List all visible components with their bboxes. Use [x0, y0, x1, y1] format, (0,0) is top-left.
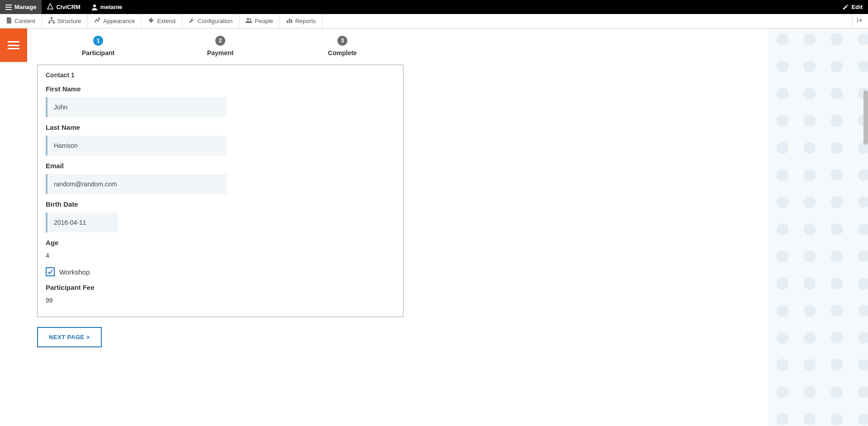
- wrench-icon: [189, 17, 195, 25]
- civicrm-button[interactable]: CiviCRM: [42, 0, 85, 14]
- birth-date-label: Birth Date: [46, 200, 395, 208]
- step-complete[interactable]: 3 Complete: [281, 36, 403, 57]
- workshop-label: Workshop: [59, 268, 90, 276]
- nav-label: Extend: [157, 18, 175, 24]
- svg-rect-6: [48, 22, 50, 24]
- nav-label: Structure: [57, 18, 81, 24]
- page-icon: [6, 17, 12, 25]
- extend-icon: [148, 17, 154, 25]
- step-number: 3: [337, 36, 347, 46]
- email-input[interactable]: [46, 174, 227, 194]
- structure-icon: [48, 17, 55, 25]
- step-label: Complete: [281, 49, 403, 57]
- edit-label: Edit: [851, 4, 863, 10]
- civicrm-icon: [47, 3, 53, 11]
- svg-rect-2: [5, 9, 12, 10]
- step-participant[interactable]: 1 Participant: [37, 36, 159, 57]
- progress-steps: 1 Participant 2 Payment 3 Complete: [37, 36, 403, 57]
- svg-rect-7: [53, 22, 55, 24]
- admin-toolbar: Manage CiviCRM melanie Edit: [0, 0, 868, 14]
- svg-point-8: [98, 18, 100, 19]
- workshop-checkbox[interactable]: [46, 267, 55, 276]
- nav-people[interactable]: People: [239, 14, 280, 28]
- svg-rect-5: [51, 17, 52, 19]
- age-label: Age: [46, 239, 395, 246]
- svg-point-9: [247, 18, 249, 20]
- nav-structure[interactable]: Structure: [42, 14, 88, 28]
- collapse-icon: [857, 17, 863, 25]
- scrollbar-thumb[interactable]: [863, 90, 868, 145]
- first-name-input[interactable]: [46, 97, 227, 117]
- edit-button[interactable]: Edit: [837, 0, 868, 14]
- civicrm-label: CiviCRM: [56, 4, 80, 10]
- appearance-icon: [94, 17, 100, 25]
- toolbar-collapse[interactable]: [852, 14, 868, 28]
- svg-rect-13: [291, 19, 292, 23]
- svg-rect-12: [289, 19, 290, 23]
- contact-fieldset: Contact 1 First Name Last Name Email Bir…: [37, 65, 403, 317]
- fieldset-legend: Contact 1: [46, 71, 395, 79]
- birth-date-input[interactable]: [46, 213, 118, 232]
- reports-icon: [286, 17, 293, 25]
- svg-point-10: [249, 19, 251, 20]
- step-label: Payment: [159, 49, 281, 57]
- nav-configuration[interactable]: Configuration: [182, 14, 239, 28]
- participant-fee-value: 99: [46, 296, 395, 305]
- nav-label: Configuration: [198, 18, 232, 24]
- svg-rect-11: [287, 20, 288, 23]
- check-icon: [47, 269, 53, 275]
- participant-fee-label: Participant Fee: [46, 284, 395, 291]
- step-number: 2: [215, 36, 225, 46]
- manage-button[interactable]: Manage: [0, 0, 42, 14]
- last-name-input[interactable]: [46, 136, 227, 156]
- sidebar-background: [768, 28, 868, 426]
- next-page-button[interactable]: NEXT PAGE >: [37, 327, 102, 347]
- admin-sub-toolbar: Content Structure Appearance Extend Conf…: [0, 14, 868, 28]
- manage-label: Manage: [14, 4, 36, 10]
- step-label: Participant: [37, 49, 159, 57]
- last-name-label: Last Name: [46, 123, 395, 131]
- nav-reports[interactable]: Reports: [280, 14, 323, 28]
- svg-rect-14: [857, 18, 858, 23]
- svg-rect-1: [5, 7, 12, 8]
- first-name-label: First Name: [46, 85, 395, 93]
- main-content: 1 Participant 2 Payment 3 Complete Conta…: [0, 28, 403, 426]
- nav-label: Content: [14, 18, 35, 24]
- nav-label: People: [255, 18, 273, 24]
- nav-content[interactable]: Content: [0, 14, 42, 28]
- pencil-icon: [842, 4, 849, 10]
- person-icon: [91, 4, 98, 10]
- step-number: 1: [93, 36, 103, 46]
- nav-label: Appearance: [103, 18, 135, 24]
- svg-marker-3: [47, 4, 53, 9]
- username-label: melanie: [100, 4, 122, 10]
- nav-appearance[interactable]: Appearance: [88, 14, 142, 28]
- people-icon: [246, 17, 252, 25]
- step-payment[interactable]: 2 Payment: [159, 36, 281, 57]
- user-menu[interactable]: melanie: [86, 0, 128, 14]
- hamburger-icon: [5, 5, 12, 10]
- nav-label: Reports: [295, 18, 316, 24]
- age-value: 4: [46, 251, 395, 260]
- svg-rect-0: [5, 5, 12, 5]
- nav-extend[interactable]: Extend: [142, 14, 182, 28]
- svg-point-4: [93, 5, 96, 7]
- email-label: Email: [46, 162, 395, 170]
